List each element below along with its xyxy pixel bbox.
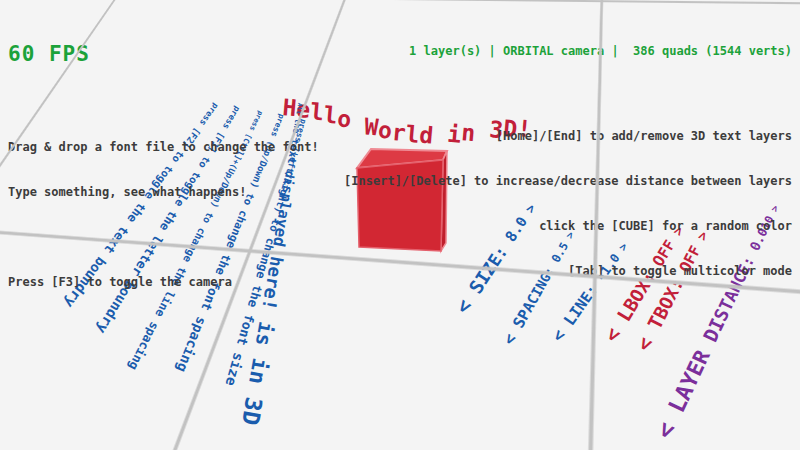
right-help-text: [Home]/[End] to add/remove 3D text layer… [344, 99, 792, 309]
left-help-text: Drag & drop a font file to change the fo… [8, 110, 319, 320]
help-type-something: Type something, see what happens! [8, 185, 319, 200]
help-toggle-camera: Press [F3] to toggle the camera [8, 275, 319, 290]
help-multicolor-mode: [Tab] to toggle multicolor mode [344, 264, 792, 279]
status-line: 1 layer(s) | ORBITAL camera | 386 quads … [344, 44, 792, 58]
help-layer-distance: [Insert]/[Delete] to increase/decrease d… [344, 174, 792, 189]
render-canvas[interactable]: Hello World in 3D! All the text displaye… [0, 0, 800, 450]
help-spacer [8, 230, 319, 245]
hud-top-right: 1 layer(s) | ORBITAL camera | 386 quads … [344, 6, 792, 347]
fps-counter: 60 FPS [8, 42, 319, 66]
help-drag-drop: Drag & drop a font file to change the fo… [8, 140, 319, 155]
hud-top-left: 60 FPS Drag & drop a font file to change… [8, 4, 319, 358]
help-add-remove-layers: [Home]/[End] to add/remove 3D text layer… [344, 129, 792, 144]
help-cube-random-color: click the [CUBE] for a random color [344, 219, 792, 234]
